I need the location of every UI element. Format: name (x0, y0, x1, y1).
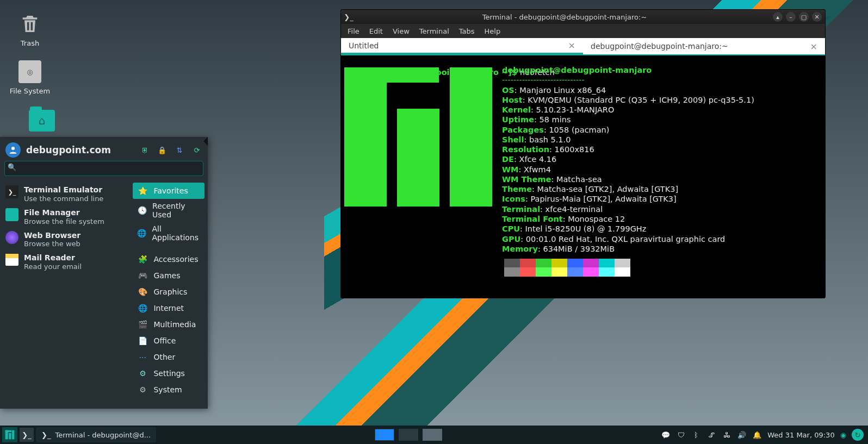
category-other[interactable]: ⋯Other (133, 349, 204, 365)
menu-edit[interactable]: Edit (369, 27, 383, 35)
menu-terminal[interactable]: Terminal (419, 27, 449, 35)
category-icon: 🎬 (137, 319, 148, 330)
terminal-output[interactable]: [debugpoint@debugpoint-manjaro ~]$ neofe… (341, 55, 825, 298)
desktop-icon-home[interactable]: ⌂ (17, 108, 66, 136)
bluetooth-icon[interactable]: ᛒ (691, 430, 701, 440)
transfer-icon[interactable]: ⇅ (174, 145, 185, 155)
favorite-title: File Manager (24, 208, 104, 217)
category-icon: 🎨 (137, 286, 148, 297)
search-icon: 🔍 (8, 163, 16, 171)
window-thumbnail[interactable] (423, 429, 442, 441)
category-icon: ⋯ (137, 352, 148, 362)
color-swatch (583, 259, 599, 267)
favorite-title: Terminal Emulator (24, 185, 103, 195)
menu-view[interactable]: View (393, 27, 410, 35)
category-label: Accessories (153, 255, 198, 264)
tab-label: Untitled (349, 41, 379, 50)
menu-search-input[interactable] (4, 161, 203, 176)
menu-tabs[interactable]: Tabs (459, 27, 475, 35)
terminal-window: ❯_ Terminal - debugpoint@debugpoint-manj… (340, 9, 826, 298)
logout-button[interactable]: ↻ (852, 429, 864, 441)
chat-icon[interactable]: 💬 (661, 430, 671, 440)
favorite-title: Web Browser (24, 231, 80, 240)
window-titlebar[interactable]: ❯_ Terminal - debugpoint@debugpoint-manj… (341, 10, 825, 24)
category-accessories[interactable]: 🧩Accessories (133, 251, 204, 267)
window-maximize-button[interactable]: ▢ (799, 12, 809, 22)
category-settings[interactable]: ⚙Settings (133, 365, 204, 382)
menu-file[interactable]: File (348, 27, 359, 35)
category-icon: 🕓 (137, 205, 147, 216)
category-system[interactable]: ⚙System (133, 382, 204, 398)
clock[interactable]: Wed 31 Mar, 09:30 (767, 431, 834, 439)
menu-help[interactable]: Help (485, 27, 501, 35)
favorite-subtitle: Browse the web (24, 240, 80, 248)
usb-icon[interactable]: 🖇 (706, 430, 716, 440)
desktop-icon-label: File System (10, 87, 50, 95)
window-minimize-button[interactable]: – (786, 12, 796, 22)
app-icon: ❯_ (5, 185, 18, 198)
volume-icon[interactable]: 🔊 (737, 430, 747, 440)
app-icon (5, 253, 18, 266)
category-internet[interactable]: 🌐Internet (133, 300, 204, 316)
category-graphics[interactable]: 🎨Graphics (133, 284, 204, 300)
desktop-icon-label: Trash (21, 39, 39, 47)
color-swatch (599, 259, 615, 267)
terminal-tab[interactable]: debugpoint@debugpoint-manjaro:~× (583, 38, 825, 54)
menu-username: debugpoint.com (26, 145, 134, 155)
category-icon: 🎮 (137, 270, 148, 281)
trash-icon (17, 11, 43, 37)
updates-icon[interactable]: 🛡 (676, 430, 686, 440)
refresh-icon[interactable]: ⟳ (191, 145, 202, 155)
terminal-tabbar: Untitled×debugpoint@debugpoint-manjaro:~… (341, 38, 825, 55)
category-recently-used[interactable]: 🕓Recently Used (133, 199, 204, 222)
user-avatar-icon[interactable] (5, 142, 21, 158)
taskbar-window-button[interactable]: ❯_ Terminal - debugpoint@d... (36, 427, 156, 442)
favorite-web-browser[interactable]: Web BrowserBrowse the web (0, 228, 129, 251)
category-icon: ⚙ (137, 384, 148, 395)
notification-icon[interactable]: 🔔 (752, 430, 762, 440)
terminal-menubar: FileEditViewTerminalTabsHelp (341, 24, 825, 38)
category-icon: 🌐 (137, 303, 148, 314)
color-swatch (504, 259, 520, 267)
home-folder-icon: ⌂ (29, 108, 55, 134)
desktop-icon-trash[interactable]: Trash (5, 11, 54, 47)
category-multimedia[interactable]: 🎬Multimedia (133, 316, 204, 333)
category-all-applications[interactable]: 🌐All Applications (133, 222, 204, 245)
window-close-button[interactable]: ✕ (812, 12, 822, 22)
application-menu: debugpoint.com ⛨ 🔒 ⇅ ⟳ 🔍 ❯_Terminal Emul… (0, 137, 208, 409)
color-swatch (551, 267, 567, 277)
category-games[interactable]: 🎮Games (133, 267, 204, 284)
tab-close-icon[interactable]: × (810, 41, 817, 52)
favorite-subtitle: Read your email (24, 262, 82, 271)
network-icon[interactable]: 🖧 (722, 430, 731, 440)
category-label: All Applications (152, 224, 200, 242)
favorite-terminal-emulator[interactable]: ❯_Terminal EmulatorUse the command line (0, 183, 129, 205)
workspace-2[interactable] (399, 429, 418, 441)
desktop-icon-filesystem[interactable]: ◎ File System (5, 59, 54, 95)
clock-seconds-icon: ◉ (840, 431, 846, 439)
lock-icon[interactable]: 🔒 (157, 145, 168, 155)
category-office[interactable]: 📄Office (133, 333, 204, 349)
tab-close-icon[interactable]: × (568, 40, 575, 51)
category-icon: 🌐 (137, 228, 146, 239)
workspace-pager[interactable] (156, 429, 661, 441)
color-swatch (536, 267, 551, 277)
svg-rect-4 (12, 430, 14, 440)
favorites-column: ❯_Terminal EmulatorUse the command lineF… (0, 180, 129, 407)
workspace-1[interactable] (375, 429, 394, 441)
svg-point-0 (11, 147, 15, 150)
categories-column: ⭐Favorites🕓Recently Used🌐All Application… (129, 180, 208, 407)
start-menu-button[interactable] (2, 427, 17, 442)
category-icon: 📄 (137, 335, 148, 346)
category-icon: ⭐ (137, 185, 148, 196)
favorite-mail-reader[interactable]: Mail ReaderRead your email (0, 251, 129, 273)
category-favorites[interactable]: ⭐Favorites (133, 183, 204, 199)
favorite-file-manager[interactable]: File ManagerBrowse the file system (0, 205, 129, 228)
terminal-tab[interactable]: Untitled× (341, 38, 583, 54)
window-keepabove-button[interactable]: ▴ (773, 12, 783, 22)
taskbar-terminal-launcher[interactable]: ❯_ (20, 428, 34, 442)
shield-icon[interactable]: ⛨ (139, 145, 150, 155)
category-label: Recently Used (152, 202, 200, 219)
disk-icon: ◎ (17, 59, 43, 85)
category-label: Games (153, 271, 180, 280)
